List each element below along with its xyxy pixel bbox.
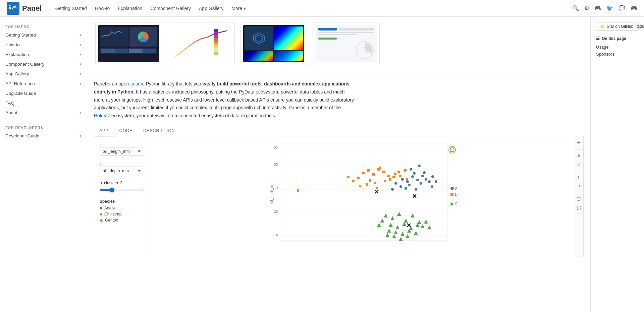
sidebar-item-about[interactable]: About ▾ (0, 108, 87, 118)
tab-app[interactable]: APP (94, 125, 114, 136)
right-nav-sponsors[interactable]: Sponsors (596, 51, 639, 58)
y-axis-control: y bill_depth_mm bill_length_mm flipper_l… (100, 161, 142, 175)
y-select[interactable]: bill_depth_mm bill_length_mm flipper_len… (100, 167, 143, 175)
svg-point-64 (405, 187, 407, 190)
svg-marker-105 (450, 202, 453, 205)
nav-app-gallery[interactable]: App Gallery (199, 6, 223, 11)
svg-rect-32 (382, 171, 385, 173)
twitter-icon[interactable]: 🐦 (606, 5, 613, 11)
thumbnail-card-4[interactable] (313, 22, 380, 65)
thumbnail-img-4 (316, 25, 377, 62)
sidebar-item-app-gallery[interactable]: App Gallery ▾ (0, 69, 87, 79)
chevron-icon: ▾ (79, 43, 82, 47)
svg-point-60 (413, 172, 416, 175)
svg-text:1: 1 (455, 193, 457, 196)
svg-text:2: 2 (455, 201, 457, 205)
svg-rect-37 (379, 167, 381, 169)
nav-explanation[interactable]: Explanation (118, 6, 142, 11)
sidebar-item-upgrade-guide[interactable]: Upgrade Guide (0, 88, 87, 98)
svg-rect-2 (9, 8, 11, 9)
chat-icon[interactable]: 💬 (619, 5, 625, 11)
reset-tool[interactable]: ↺ (575, 183, 583, 190)
nav-more[interactable]: More ▾ (231, 6, 246, 11)
svg-rect-8 (214, 42, 218, 45)
svg-point-68 (435, 180, 437, 183)
chevron-icon: ▾ (79, 72, 82, 76)
sidebar-item-developer-guide[interactable]: Developer Guide ▾ (0, 131, 87, 141)
sidebar-item-component-gallery[interactable]: Component Gallery ▾ (0, 59, 87, 69)
chart-tools: ✛ ⊕ ⬡ ⬇ ↺ 💬 💬 (574, 136, 583, 257)
sidebar-item-faq[interactable]: FAQ (0, 98, 87, 108)
svg-point-54 (406, 180, 409, 183)
svg-rect-5 (214, 32, 218, 36)
scatter-chart: 22 20 18 16 14 bill_depth_mm (153, 140, 578, 247)
move-tool[interactable]: ✛ (575, 139, 583, 146)
nav-component-gallery[interactable]: Component Gallery (150, 6, 191, 11)
svg-rect-34 (357, 177, 360, 179)
svg-rect-7 (214, 39, 218, 42)
gamepad-icon[interactable]: 🎮 (594, 5, 601, 11)
thumbnail-card-1[interactable] (95, 22, 162, 65)
svg-rect-1 (9, 7, 11, 8)
sidebar: FOR USERS Getting Started ▾ How-to ▾ Exp… (0, 17, 87, 312)
right-nav: ⭐ Star on GitHub 3.2k ☰ On this page Usa… (590, 17, 644, 312)
svg-rect-36 (374, 182, 376, 184)
tab-code[interactable]: CODE (114, 125, 138, 136)
svg-rect-30 (372, 173, 375, 176)
svg-text:16: 16 (274, 210, 278, 213)
comment-tool-2[interactable]: 💬 (575, 204, 583, 212)
settings-icon[interactable]: ⚙ (584, 5, 589, 11)
x-select[interactable]: bill_length_mm bill_depth_mm flipper_len… (100, 147, 143, 156)
comment-tool-1[interactable]: 💬 (575, 196, 583, 203)
svg-point-101 (450, 187, 454, 190)
open-source-link[interactable]: open-source (118, 81, 145, 86)
svg-rect-43 (397, 171, 400, 173)
x-label: x (100, 142, 142, 146)
svg-rect-33 (387, 175, 390, 177)
chevron-icon: ▾ (79, 111, 82, 115)
clusters-slider[interactable] (100, 187, 143, 193)
demo-controls: x bill_length_mm bill_depth_mm flipper_l… (94, 136, 148, 257)
svg-point-61 (420, 182, 422, 185)
nav-how-to[interactable]: How-to (95, 6, 110, 11)
sidebar-item-how-to[interactable]: How-to ▾ (0, 40, 87, 50)
species-gentoo: Gentoo (100, 218, 142, 223)
svg-point-63 (428, 180, 431, 183)
demo-tabs: APP CODE DESCRIPTION (94, 125, 584, 136)
chevron-icon: ▾ (79, 52, 82, 57)
demo-section: APP CODE DESCRIPTION x bill_length_mm bi… (87, 125, 590, 257)
tab-description[interactable]: DESCRIPTION (138, 125, 180, 136)
holoviz-link[interactable]: HoloViz (94, 113, 110, 118)
svg-text:20: 20 (274, 163, 278, 167)
download-tool[interactable]: ⬇ (575, 174, 583, 181)
svg-text:18: 18 (274, 186, 278, 190)
topnav: Panel Getting Started How-to Explanation… (0, 0, 644, 17)
sidebar-item-api-reference[interactable]: API Reference ▾ (0, 79, 87, 88)
svg-rect-6 (214, 36, 218, 39)
lasso-tool[interactable]: ⬡ (575, 161, 583, 168)
svg-point-70 (431, 185, 433, 188)
thumbnail-img-3 (243, 25, 304, 62)
gentoo-icon (100, 219, 103, 222)
zoom-tool[interactable]: ⊕ (575, 152, 583, 160)
svg-rect-45 (359, 185, 361, 187)
discord-icon[interactable]: 🎮 (631, 5, 637, 11)
demo-container: x bill_length_mm bill_depth_mm flipper_l… (94, 136, 584, 257)
nav-getting-started[interactable]: Getting Started (55, 6, 87, 11)
logo-icon[interactable] (7, 2, 19, 15)
svg-rect-10 (214, 49, 218, 52)
thumbnail-card-2[interactable] (168, 22, 235, 65)
thumbnail-card-3[interactable] (240, 22, 307, 65)
sidebar-item-explanation[interactable]: Explanation ▾ (0, 50, 87, 59)
search-icon[interactable]: 🔍 (572, 5, 579, 11)
svg-point-108 (450, 148, 454, 152)
svg-point-53 (401, 178, 404, 181)
chevron-icon: ▾ (79, 33, 82, 37)
sidebar-item-getting-started[interactable]: Getting Started ▾ (0, 30, 87, 40)
github-star-button[interactable]: ⭐ Star on GitHub 3.2k (596, 22, 639, 31)
github-icon: ⭐ (600, 24, 605, 29)
svg-point-59 (408, 184, 411, 186)
species-title: Species (100, 199, 142, 204)
svg-rect-42 (392, 176, 395, 178)
right-nav-usage[interactable]: Usage (596, 44, 639, 51)
